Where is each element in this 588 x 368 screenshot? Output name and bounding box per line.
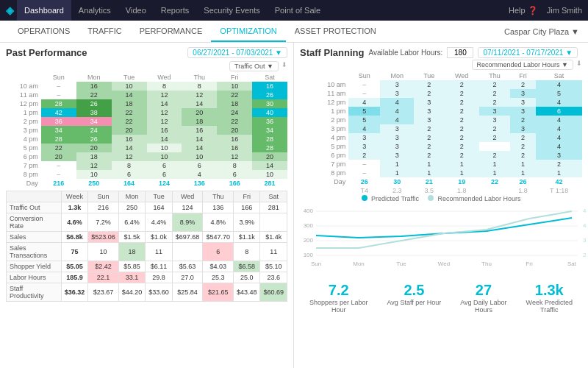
summary-col-mon: Mon — [118, 191, 146, 202]
sales-week: $6.8k — [61, 232, 88, 243]
download-icon[interactable]: ⬇ — [282, 61, 287, 71]
rh-time-8pm: 8 pm — [300, 169, 348, 177]
cell-sun-10am: – — [41, 82, 76, 91]
main-content: Past Performance 06/27/2021 - 07/03/2021… — [0, 43, 588, 368]
labor-hours-week: 185.9 — [61, 272, 88, 283]
cell-sat-11am: 26 — [252, 91, 287, 99]
cell-wed-4pm: 14 — [147, 135, 182, 144]
conversion-sat — [260, 213, 287, 232]
legend-labor: Recommended Labor Hours — [428, 195, 521, 202]
cell-mon-6pm: 18 — [76, 152, 112, 161]
cell-mon-8pm: 10 — [76, 170, 112, 179]
avail-labor-input[interactable] — [447, 47, 473, 58]
right-download-icon[interactable]: ⬇ — [576, 60, 582, 70]
location-label: Caspar City Plaza ▼ — [504, 27, 579, 36]
rh-row-7pm: 7 pm – 1 1 1 1 1 2 — [300, 160, 582, 169]
cell-wed-11am: 12 — [147, 91, 182, 99]
nav-tab-dashboard[interactable]: Dashboard — [17, 0, 71, 21]
shopper-yield-mon: $5.85 — [118, 261, 146, 272]
staff-prod-sat: $60.69 — [260, 283, 287, 302]
summary-col-wed: Wed — [172, 191, 203, 202]
cell-sun-8pm: – — [41, 170, 76, 179]
heatmap-fri-header: Fri — [217, 73, 252, 82]
rh-sub-totals: T4 2.3 3.5 1.8 1.8 T 1:18 — [300, 186, 582, 195]
cell-mon-3pm: 24 — [76, 126, 112, 135]
cell-thu-6pm: 10 — [182, 152, 217, 161]
staff-prod-tue: $33.60 — [146, 283, 173, 302]
svg-text:Thu: Thu — [481, 261, 492, 267]
summary-col-sat: Sat — [260, 191, 287, 202]
rh-empty — [300, 71, 348, 80]
line-chart: 400 300 200 100 48 40 32 24 — [300, 205, 582, 279]
time-2pm: 2 pm — [6, 117, 41, 126]
traffic-week: 1.3k — [61, 202, 88, 213]
summary-row-traffic: Traffic Out 1.3k 216 250 164 124 136 166… — [7, 202, 287, 213]
kpi-avg-staff-value: 2.5 — [387, 282, 442, 299]
cell-thu-10am: 8 — [182, 82, 217, 91]
cell-tue-11am: 14 — [112, 91, 147, 99]
sales-sun: $523.06 — [88, 232, 119, 243]
rh-day-totals: Day 26 30 21 19 22 26 42 — [300, 177, 582, 186]
sub-tab-asset[interactable]: ASSET PROTECTION — [286, 21, 385, 42]
summary-row-conversion: Conversion Rate 4.6% 7.2% 6.4% 4.4% 8.9%… — [7, 213, 287, 232]
rh-mon: Mon — [380, 71, 414, 80]
summary-row-staff-productivity: Staff Productivity $36.32 $23.67 $44.20 … — [7, 283, 287, 302]
staff-prod-mon: $44.20 — [118, 283, 146, 302]
cell-sun-3pm: 34 — [41, 126, 76, 135]
sub-tab-operations[interactable]: OPERATIONS — [9, 21, 79, 42]
time-8pm: 8 pm — [6, 170, 41, 179]
heatmap-empty-header — [6, 73, 41, 82]
sales-tue: $1.0k — [146, 232, 173, 243]
cell-mon-11am: 22 — [76, 91, 112, 99]
rh-row-5pm: 5 pm 3 3 2 2 2 4 — [300, 142, 582, 151]
help-link[interactable]: Help ❓ — [509, 6, 538, 15]
heatmap-row-2pm: 2 pm 36 34 22 12 18 22 36 — [6, 117, 287, 126]
nav-tab-analytics[interactable]: Analytics — [71, 0, 118, 21]
kpi-avg-staff: 2.5 Avg Staff per Hour — [387, 282, 442, 314]
cell-fri-6pm: 12 — [217, 152, 252, 161]
time-6pm: 6 pm — [6, 152, 41, 161]
nav-tab-pos[interactable]: Point of Sale — [268, 0, 328, 21]
cell-sun-1pm: 42 — [41, 108, 76, 117]
summary-row-labor-hours: Labor Hours 185.9 22.1 33.1 29.8 27.0 25… — [7, 272, 287, 283]
nav-tab-reports[interactable]: Reports — [154, 0, 197, 21]
nav-tab-security[interactable]: Security Events — [196, 0, 267, 21]
sub-tab-optimization[interactable]: OPTIMIZATION — [211, 21, 285, 42]
sub-tab-performance[interactable]: PERFORMANCE — [131, 21, 212, 42]
heatmap-row-3pm: 3 pm 34 24 20 16 16 20 34 — [6, 126, 287, 135]
transactions-tue: 11 — [146, 243, 173, 261]
left-date-selector[interactable]: 06/27/2021 - 07/03/2021 ▼ — [187, 47, 287, 58]
top-navigation: ◈ Dashboard Analytics Video Reports Secu… — [0, 0, 588, 21]
cell-fri-2pm: 22 — [217, 117, 252, 126]
rh-time-10am: 10 am — [300, 80, 348, 89]
cell-mon-2pm: 34 — [76, 117, 112, 126]
svg-text:Sun: Sun — [311, 261, 321, 267]
right-date-selector[interactable]: 07/11/2021 - 07/17/2021 ▼ — [478, 47, 578, 58]
labor-filter[interactable]: Recommended Labor Hours ▼ — [472, 60, 573, 70]
summary-col-tue: Tue — [146, 191, 173, 202]
svg-text:100: 100 — [304, 252, 314, 258]
sub-tab-traffic[interactable]: TRAFFIC — [79, 21, 130, 42]
cell-fri-5pm: 16 — [217, 144, 252, 152]
shopper-yield-fri: $6.58 — [233, 261, 260, 272]
time-12pm: 12 pm — [6, 99, 41, 108]
svg-text:48: 48 — [583, 208, 587, 214]
transactions-sat: 11 — [260, 243, 287, 261]
user-menu[interactable]: Jim Smith — [547, 6, 582, 15]
rh-time-4pm: 4 pm — [300, 133, 348, 142]
svg-text:40: 40 — [583, 222, 587, 229]
left-summary-table: Week Sun Mon Tue Wed Thu Fri Sat Traffic… — [6, 191, 287, 302]
cell-fri-12pm: 18 — [217, 99, 252, 108]
cell-tue-4pm: 16 — [112, 135, 147, 144]
nav-tab-video[interactable]: Video — [118, 0, 154, 21]
kpi-avg-daily-labor: 27 Avg Daily LaborHours — [460, 282, 506, 314]
conversion-mon: 6.4% — [118, 213, 146, 232]
heatmap-row-11am: 11 am – 22 14 12 12 22 26 — [6, 91, 287, 99]
rh-sun: Sun — [348, 71, 380, 80]
right-heatmap-table: Sun Mon Tue Wed Thu Fri Sat 10 am – 3 2 … — [300, 71, 582, 195]
cell-thu-1pm: 20 — [182, 108, 217, 117]
location-selector[interactable]: Caspar City Plaza ▼ — [504, 27, 579, 36]
traffic-filter[interactable]: Traffic Out ▼ — [229, 61, 279, 71]
cell-sun-7pm: – — [41, 161, 76, 170]
rh-sat: Sat — [536, 71, 582, 80]
